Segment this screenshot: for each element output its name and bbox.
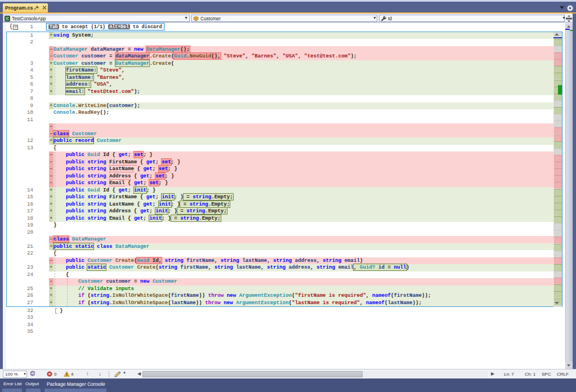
svg-text:C#: C#: [5, 17, 10, 20]
